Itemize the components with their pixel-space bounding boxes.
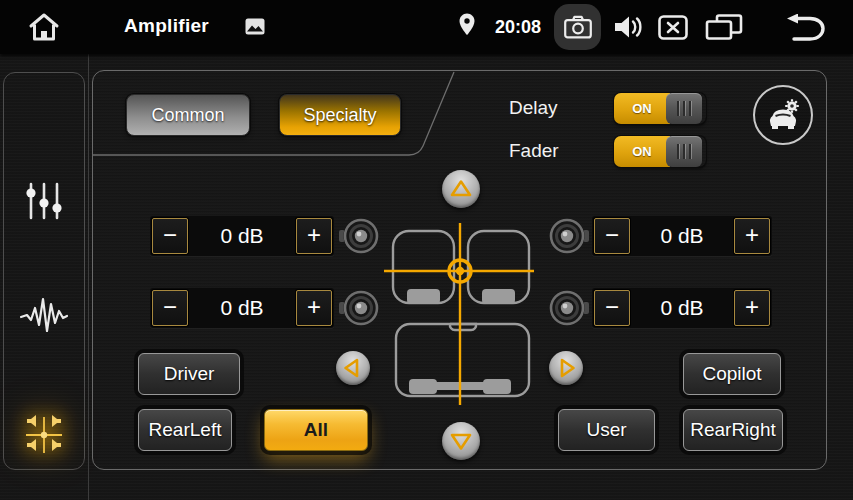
zone-user-label: User: [586, 419, 626, 441]
gain-left-rear-plus-button[interactable]: +: [296, 290, 332, 326]
speaker-icon: [548, 216, 590, 256]
home-icon[interactable]: [26, 11, 62, 43]
fader-toggle[interactable]: ON: [614, 136, 706, 167]
tab-specialty-label: Specialty: [303, 105, 376, 126]
delay-toggle-handle: [666, 93, 702, 124]
up-arrow-icon: [442, 170, 480, 208]
move-up-button[interactable]: [442, 170, 480, 208]
zone-copilot-label: Copilot: [702, 363, 761, 385]
waveform-icon: [19, 295, 69, 335]
gain-right-rear-value: 0 dB: [632, 296, 732, 320]
gain-left-rear: − 0 dB +: [150, 288, 334, 328]
gain-right-front-plus-button[interactable]: +: [734, 218, 770, 254]
move-right-button[interactable]: [549, 351, 583, 385]
recent-apps-icon[interactable]: [705, 14, 743, 40]
delay-toggle-on-label: ON: [614, 93, 670, 124]
seat-crosshair-target[interactable]: [382, 209, 544, 411]
gallery-icon[interactable]: [245, 18, 265, 35]
amplifier-panel: Common Specialty Delay ON Fader ON: [92, 70, 827, 470]
gain-right-rear-plus-button[interactable]: +: [734, 290, 770, 326]
speaker-icon: [548, 288, 590, 328]
gain-right-rear: − 0 dB +: [592, 288, 772, 328]
gain-right-front: − 0 dB +: [592, 216, 772, 256]
move-left-button[interactable]: [336, 351, 370, 385]
sidebar-item-fader-balance[interactable]: [4, 405, 84, 465]
zone-rearright-button[interactable]: RearRight: [683, 409, 783, 451]
gain-left-front-plus-button[interactable]: +: [296, 218, 332, 254]
zone-user-button[interactable]: User: [558, 409, 655, 451]
right-arrow-icon: [549, 351, 583, 385]
fader-toggle-handle: [666, 136, 702, 167]
fader-label: Fader: [509, 140, 619, 162]
tab-specialty[interactable]: Specialty: [279, 94, 401, 136]
clock: 20:08: [495, 17, 541, 38]
zone-copilot-button[interactable]: Copilot: [683, 353, 781, 395]
volume-icon[interactable]: [612, 13, 644, 41]
zone-all-label: All: [304, 419, 328, 441]
gain-right-front-minus-button[interactable]: −: [594, 218, 630, 254]
speaker-icon: [338, 216, 380, 256]
equalizer-icon: [23, 180, 65, 222]
location-icon: [459, 13, 475, 36]
divider: [88, 54, 89, 500]
back-icon[interactable]: [782, 14, 826, 41]
down-arrow-icon: [442, 422, 480, 460]
speaker-icon: [338, 288, 380, 328]
gain-left-front-minus-button[interactable]: −: [152, 218, 188, 254]
gain-left-front-value: 0 dB: [190, 224, 294, 248]
delay-label: Delay: [509, 97, 619, 119]
sidebar-item-equalizer[interactable]: [4, 171, 84, 231]
head-unit-screen: Amplifier 20:08: [0, 0, 853, 500]
zone-all-button[interactable]: All: [264, 409, 368, 451]
sidebar-item-effects[interactable]: [4, 285, 84, 345]
gain-left-rear-minus-button[interactable]: −: [152, 290, 188, 326]
zone-driver-label: Driver: [164, 363, 215, 385]
car-settings-button[interactable]: [753, 85, 813, 145]
zone-rearleft-button[interactable]: RearLeft: [138, 409, 232, 451]
left-arrow-icon: [336, 351, 370, 385]
tab-common[interactable]: Common: [126, 94, 250, 136]
car-settings-icon: [765, 99, 801, 131]
tab-common-label: Common: [151, 105, 224, 126]
gain-left-front: − 0 dB +: [150, 216, 334, 256]
sidebar: [3, 72, 85, 470]
camera-button[interactable]: [554, 4, 601, 50]
status-bar: Amplifier 20:08: [0, 0, 853, 54]
move-down-button[interactable]: [442, 422, 480, 460]
fader-toggle-on-label: ON: [614, 136, 670, 167]
delay-toggle[interactable]: ON: [614, 93, 706, 124]
zone-rearright-label: RearRight: [690, 419, 776, 441]
page-title: Amplifier: [124, 15, 209, 37]
gain-right-front-value: 0 dB: [632, 224, 732, 248]
fader-balance-icon: [21, 412, 67, 458]
zone-rearleft-label: RearLeft: [149, 419, 222, 441]
gain-right-rear-minus-button[interactable]: −: [594, 290, 630, 326]
close-window-icon[interactable]: [658, 15, 688, 40]
gain-left-rear-value: 0 dB: [190, 296, 294, 320]
zone-driver-button[interactable]: Driver: [138, 353, 240, 395]
